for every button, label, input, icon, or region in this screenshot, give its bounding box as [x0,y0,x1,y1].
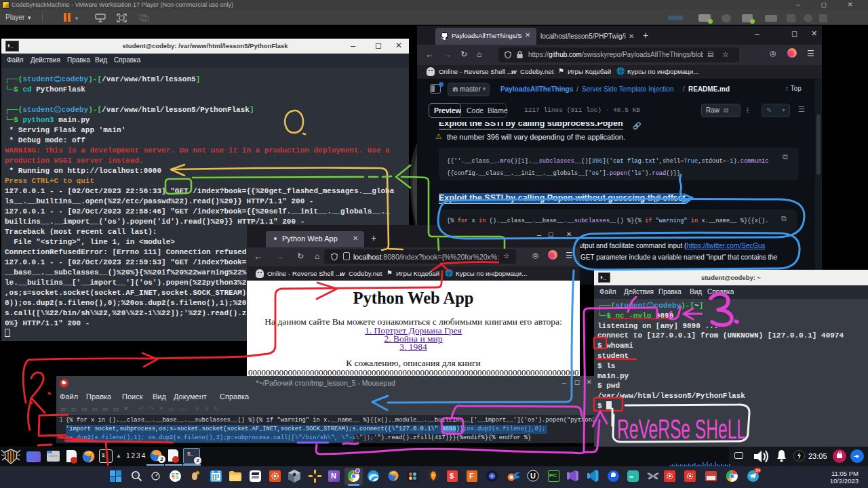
svg-text:U: U [530,472,536,480]
